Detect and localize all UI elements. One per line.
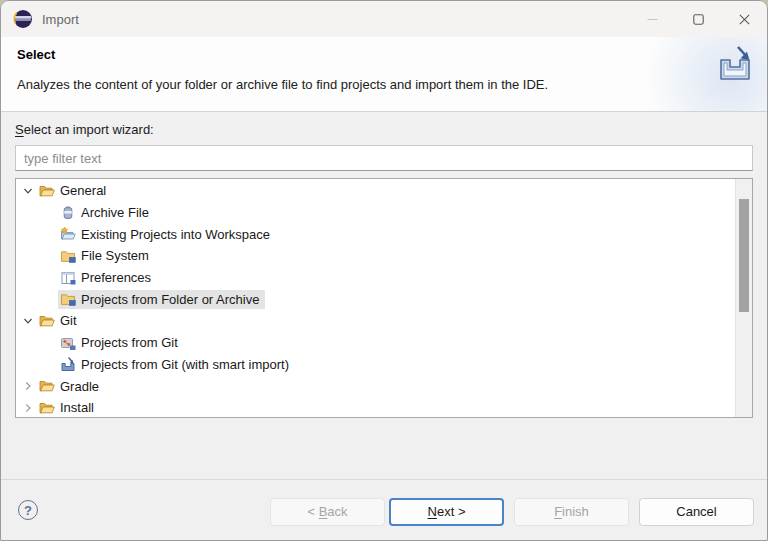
tree-item-content[interactable]: General — [37, 181, 112, 200]
wizard-tree[interactable]: GeneralArchive FileExisting Projects int… — [15, 178, 753, 418]
minimize-icon — [647, 14, 658, 25]
wizard-select-label-rest: elect an import wizard: — [24, 122, 154, 137]
folder-open-icon — [39, 313, 55, 329]
wizard-select-label: Select an import wizard: — [15, 122, 154, 137]
close-icon — [739, 14, 750, 25]
filter-input[interactable] — [15, 145, 753, 171]
chevron-down-icon[interactable] — [22, 315, 34, 327]
chevron-down-icon[interactable] — [22, 185, 34, 197]
tree-item-label: General — [60, 183, 106, 198]
tree-item-archive-file[interactable]: Archive File — [16, 202, 735, 224]
tree-item-content[interactable]: Preferences — [58, 268, 157, 287]
folder-open-icon — [39, 400, 55, 416]
maximize-icon — [693, 14, 704, 25]
tree-item-content[interactable]: File System — [58, 246, 155, 265]
tree-item-label: Install — [60, 400, 94, 415]
next-button[interactable]: Next > — [389, 498, 504, 526]
maximize-button[interactable] — [675, 1, 721, 37]
tree-item-label: Projects from Folder or Archive — [81, 292, 259, 307]
preferences-icon — [60, 270, 76, 286]
wizard-select-label-mnemonic: S — [15, 122, 24, 137]
tree-item-gradle[interactable]: Gradle — [16, 375, 735, 397]
footer-separator — [1, 479, 767, 480]
tree-item-content[interactable]: Install — [37, 398, 100, 417]
finish-button[interactable]: Finish — [514, 498, 629, 526]
folder-blue-corner-icon — [60, 291, 76, 307]
question-mark-icon: ? — [24, 503, 32, 518]
tree-item-label: Projects from Git (with smart import) — [81, 357, 289, 372]
tree-item-content[interactable]: Projects from Git — [58, 333, 184, 352]
tree-item-label: Existing Projects into Workspace — [81, 227, 270, 242]
import-dialog: Import Select Analyzes the content of yo… — [0, 0, 768, 541]
page-title: Select — [17, 47, 55, 62]
tree-item-projects-from-git[interactable]: Projects from Git — [16, 332, 735, 354]
tree-item-git[interactable]: Git — [16, 310, 735, 332]
import-wizard-icon — [715, 43, 755, 89]
tree-item-content[interactable]: Gradle — [37, 377, 105, 396]
folder-open-icon — [39, 183, 55, 199]
window-title: Import — [42, 12, 79, 27]
tree-item-content[interactable]: Archive File — [58, 203, 155, 222]
back-button[interactable]: < Back — [270, 498, 385, 526]
folder-blue-corner-icon — [60, 248, 76, 264]
chevron-right-icon[interactable] — [22, 402, 34, 414]
tree-item-label: Archive File — [81, 205, 149, 220]
existing-projects-icon — [60, 226, 76, 242]
tree-scrollbar[interactable] — [735, 179, 752, 417]
chevron-right-icon[interactable] — [22, 380, 34, 392]
tree-scrollbar-thumb[interactable] — [739, 199, 749, 312]
archive-file-icon — [60, 205, 76, 221]
tree-item-content[interactable]: Git — [37, 311, 83, 330]
tree-item-preferences[interactable]: Preferences — [16, 267, 735, 289]
cancel-button[interactable]: Cancel — [639, 498, 754, 526]
folder-open-icon — [39, 378, 55, 394]
page-description: Analyzes the content of your folder or a… — [17, 77, 548, 92]
titlebar[interactable]: Import — [1, 1, 767, 37]
tree-item-label: Projects from Git — [81, 335, 178, 350]
tree-item-content[interactable]: Projects from Git (with smart import) — [58, 355, 295, 374]
eclipse-logo-icon — [13, 9, 33, 29]
tree-item-label: File System — [81, 248, 149, 263]
tree-item-label: Preferences — [81, 270, 151, 285]
tree-item-file-system[interactable]: File System — [16, 245, 735, 267]
tree-item-general[interactable]: General — [16, 180, 735, 202]
close-button[interactable] — [721, 1, 767, 37]
tree-item-install[interactable]: Install — [16, 397, 735, 418]
wizard-header: Select Analyzes the content of your fold… — [1, 37, 767, 112]
help-button[interactable]: ? — [18, 500, 38, 520]
tree-item-existing-projects-into-workspace[interactable]: Existing Projects into Workspace — [16, 223, 735, 245]
tree-item-content[interactable]: Projects from Folder or Archive — [58, 290, 265, 309]
tree-item-label: Git — [60, 313, 77, 328]
git-repo-icon — [60, 335, 76, 351]
tree-item-label: Gradle — [60, 379, 99, 394]
tree-item-projects-from-git-with-smart-import[interactable]: Projects from Git (with smart import) — [16, 354, 735, 376]
tree-item-content[interactable]: Existing Projects into Workspace — [58, 225, 276, 244]
tree-item-projects-from-folder-or-archive[interactable]: Projects from Folder or Archive — [16, 288, 735, 310]
smart-import-icon — [60, 356, 76, 372]
minimize-button[interactable] — [629, 1, 675, 37]
